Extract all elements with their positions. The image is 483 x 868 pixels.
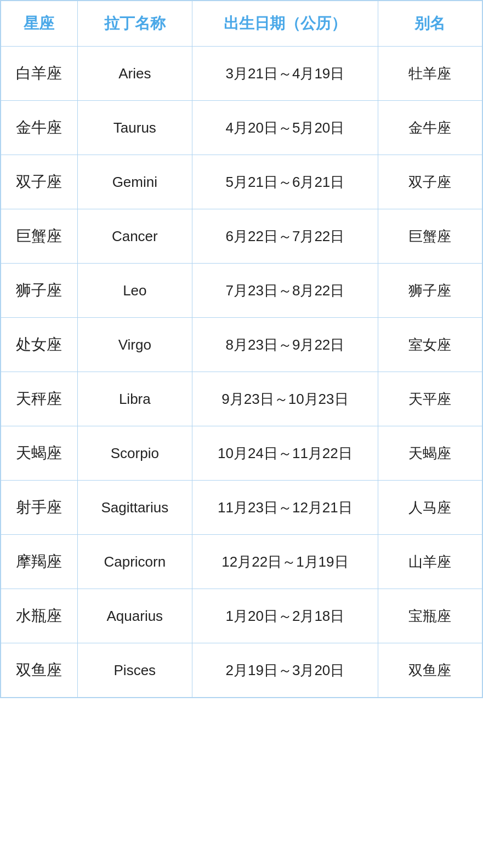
zodiac-name: 狮子座 [1, 264, 78, 318]
zodiac-dates: 11月23日～12月21日 [192, 481, 378, 535]
zodiac-name: 巨蟹座 [1, 209, 78, 264]
table-row: 巨蟹座Cancer6月22日～7月22日巨蟹座 [1, 209, 482, 264]
table-header-row: 星座 拉丁名称 出生日期（公历） 别名 [1, 1, 482, 47]
zodiac-alias: 宝瓶座 [378, 589, 482, 643]
zodiac-alias: 室女座 [378, 318, 482, 372]
zodiac-alias: 天蝎座 [378, 426, 482, 481]
zodiac-alias: 牡羊座 [378, 47, 482, 101]
zodiac-name: 摩羯座 [1, 535, 78, 589]
table-row: 天秤座Libra9月23日～10月23日天平座 [1, 372, 482, 426]
zodiac-name: 双鱼座 [1, 643, 78, 698]
zodiac-alias: 双子座 [378, 155, 482, 209]
header-dates: 出生日期（公历） [192, 1, 378, 47]
zodiac-latin: Pisces [77, 643, 192, 698]
zodiac-dates: 10月24日～11月22日 [192, 426, 378, 481]
zodiac-name: 射手座 [1, 481, 78, 535]
zodiac-name: 水瓶座 [1, 589, 78, 643]
zodiac-dates: 8月23日～9月22日 [192, 318, 378, 372]
header-alias: 别名 [378, 1, 482, 47]
zodiac-name: 天蝎座 [1, 426, 78, 481]
zodiac-name: 双子座 [1, 155, 78, 209]
table-row: 狮子座Leo7月23日～8月22日狮子座 [1, 264, 482, 318]
zodiac-name: 金牛座 [1, 101, 78, 155]
zodiac-dates: 4月20日～5月20日 [192, 101, 378, 155]
zodiac-alias: 人马座 [378, 481, 482, 535]
zodiac-latin: Aquarius [77, 589, 192, 643]
table-row: 摩羯座Capricorn12月22日～1月19日山羊座 [1, 535, 482, 589]
zodiac-alias: 天平座 [378, 372, 482, 426]
zodiac-alias: 狮子座 [378, 264, 482, 318]
zodiac-name: 白羊座 [1, 47, 78, 101]
table-row: 双子座Gemini5月21日～6月21日双子座 [1, 155, 482, 209]
table-row: 金牛座Taurus4月20日～5月20日金牛座 [1, 101, 482, 155]
zodiac-table: 星座 拉丁名称 出生日期（公历） 别名 白羊座Aries3月21日～4月19日牡… [1, 1, 482, 698]
zodiac-alias: 山羊座 [378, 535, 482, 589]
zodiac-latin: Leo [77, 264, 192, 318]
table-row: 白羊座Aries3月21日～4月19日牡羊座 [1, 47, 482, 101]
zodiac-dates: 6月22日～7月22日 [192, 209, 378, 264]
zodiac-latin: Taurus [77, 101, 192, 155]
table-row: 射手座Sagittarius11月23日～12月21日人马座 [1, 481, 482, 535]
table-row: 天蝎座Scorpio10月24日～11月22日天蝎座 [1, 426, 482, 481]
zodiac-latin: Sagittarius [77, 481, 192, 535]
zodiac-latin: Gemini [77, 155, 192, 209]
zodiac-dates: 7月23日～8月22日 [192, 264, 378, 318]
header-name: 星座 [1, 1, 78, 47]
table-row: 水瓶座Aquarius1月20日～2月18日宝瓶座 [1, 589, 482, 643]
zodiac-alias: 巨蟹座 [378, 209, 482, 264]
zodiac-latin: Scorpio [77, 426, 192, 481]
zodiac-dates: 12月22日～1月19日 [192, 535, 378, 589]
table-row: 处女座Virgo8月23日～9月22日室女座 [1, 318, 482, 372]
zodiac-latin: Cancer [77, 209, 192, 264]
table-row: 双鱼座Pisces2月19日～3月20日双鱼座 [1, 643, 482, 698]
zodiac-dates: 9月23日～10月23日 [192, 372, 378, 426]
zodiac-table-container: 星座 拉丁名称 出生日期（公历） 别名 白羊座Aries3月21日～4月19日牡… [0, 0, 483, 698]
zodiac-name: 天秤座 [1, 372, 78, 426]
zodiac-latin: Virgo [77, 318, 192, 372]
zodiac-alias: 金牛座 [378, 101, 482, 155]
zodiac-alias: 双鱼座 [378, 643, 482, 698]
zodiac-latin: Capricorn [77, 535, 192, 589]
zodiac-latin: Aries [77, 47, 192, 101]
zodiac-dates: 1月20日～2月18日 [192, 589, 378, 643]
zodiac-dates: 3月21日～4月19日 [192, 47, 378, 101]
zodiac-name: 处女座 [1, 318, 78, 372]
zodiac-dates: 2月19日～3月20日 [192, 643, 378, 698]
zodiac-dates: 5月21日～6月21日 [192, 155, 378, 209]
header-latin: 拉丁名称 [77, 1, 192, 47]
zodiac-latin: Libra [77, 372, 192, 426]
